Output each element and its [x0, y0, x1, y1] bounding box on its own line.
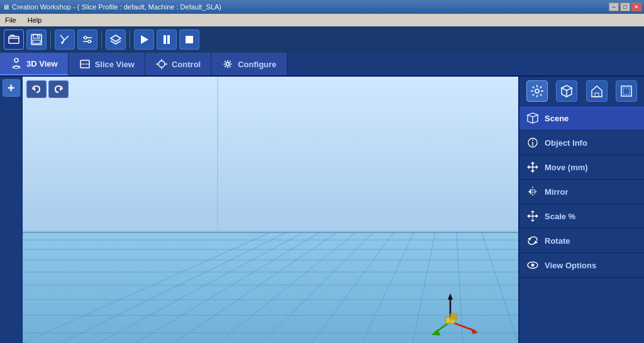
- toolbar-play-button[interactable]: [134, 30, 154, 50]
- svg-rect-3: [33, 40, 40, 43]
- tab-slice-view-icon: [79, 58, 91, 70]
- svg-point-62: [532, 139, 533, 141]
- svg-rect-53: [450, 314, 457, 319]
- tab-3d-view-icon: [10, 58, 23, 69]
- svg-line-34: [23, 232, 270, 343]
- svg-rect-10: [167, 35, 170, 44]
- toolbar-pause-button[interactable]: [157, 30, 177, 50]
- right-scene-button[interactable]: [556, 80, 577, 102]
- svg-rect-57: [595, 93, 599, 97]
- svg-point-81: [531, 264, 535, 267]
- tab-configure-label: Configure: [238, 60, 276, 69]
- toolbar-layers-button[interactable]: [106, 30, 126, 50]
- right-frame-button[interactable]: [616, 80, 637, 102]
- svg-line-50: [435, 322, 450, 333]
- right-menu-mirror[interactable]: Mirror: [519, 180, 644, 204]
- toolbar-slice-button[interactable]: [55, 30, 75, 50]
- tab-configure-icon: [221, 58, 234, 70]
- tab-3d-view-label: 3D View: [26, 59, 58, 68]
- right-settings-button[interactable]: [526, 80, 548, 102]
- right-menu-rotate-label: Rotate: [545, 236, 570, 246]
- right-menu-object-info-label: Object Info: [545, 138, 587, 148]
- svg-line-48: [450, 322, 475, 331]
- right-menu-view-options[interactable]: View Options: [519, 253, 644, 278]
- tab-slice-view[interactable]: Slice View: [69, 53, 145, 75]
- mirror-icon: [526, 185, 540, 199]
- menu-file[interactable]: File: [3, 16, 19, 24]
- svg-marker-73: [527, 214, 530, 218]
- maximize-button[interactable]: □: [620, 3, 630, 11]
- title-bar: 🖥 Creation Workshop - ( Slice Profile : …: [0, 0, 644, 14]
- svg-rect-59: [623, 88, 630, 94]
- tab-control[interactable]: Control: [145, 53, 211, 75]
- toolbar-stop-button[interactable]: [179, 30, 199, 50]
- right-menu-object-info[interactable]: Object Info: [519, 131, 644, 155]
- 3d-viewport[interactable]: [23, 77, 518, 343]
- left-sidebar: +: [0, 77, 23, 343]
- svg-marker-8: [141, 35, 148, 44]
- redo-button[interactable]: [48, 80, 69, 98]
- svg-line-42: [362, 232, 414, 343]
- svg-line-35: [60, 232, 287, 343]
- right-panel: Scene Object Info: [518, 77, 644, 343]
- tab-control-icon: [155, 58, 168, 70]
- svg-line-43: [413, 232, 435, 343]
- close-button[interactable]: ✕: [631, 3, 641, 11]
- svg-marker-71: [534, 188, 537, 195]
- svg-line-44: [457, 232, 463, 343]
- svg-rect-58: [621, 86, 631, 96]
- svg-point-16: [158, 61, 165, 67]
- add-object-button[interactable]: +: [3, 79, 20, 97]
- right-home-button[interactable]: [586, 80, 608, 102]
- view-options-icon: [526, 258, 540, 272]
- svg-marker-67: [527, 165, 530, 169]
- svg-marker-65: [531, 161, 535, 164]
- svg-point-56: [535, 89, 539, 93]
- toolbar-save-button[interactable]: [26, 30, 47, 50]
- toolbar-separator-1: [50, 31, 51, 48]
- svg-line-37: [136, 232, 319, 343]
- right-menu-scene-label: Scene: [545, 114, 569, 123]
- svg-marker-74: [536, 214, 538, 218]
- menu-help[interactable]: Help: [25, 16, 45, 24]
- svg-rect-23: [23, 231, 518, 343]
- toolbar-open-button[interactable]: [4, 30, 24, 50]
- undo-button[interactable]: [26, 80, 47, 98]
- app-icon: 🖥: [3, 3, 9, 11]
- svg-point-21: [226, 63, 230, 66]
- tab-control-label: Control: [172, 60, 201, 69]
- svg-marker-79: [534, 241, 538, 243]
- right-menu-scale[interactable]: Scale %: [519, 204, 644, 229]
- minimize-button[interactable]: –: [609, 3, 619, 11]
- svg-line-36: [98, 232, 303, 343]
- right-menu-move-label: Move (mm): [545, 163, 588, 172]
- right-panel-top-buttons: [519, 77, 644, 106]
- toolbar-separator-2: [101, 31, 102, 48]
- svg-marker-68: [536, 165, 538, 169]
- tab-configure[interactable]: Configure: [211, 53, 287, 75]
- tab-slice-view-label: Slice View: [95, 60, 135, 69]
- right-menu-mirror-label: Mirror: [545, 187, 569, 197]
- svg-point-6: [88, 40, 91, 43]
- svg-line-45: [482, 232, 518, 343]
- right-menu-move[interactable]: Move (mm): [519, 155, 644, 180]
- window-title: Creation Workshop - ( Slice Profile : de…: [12, 3, 609, 11]
- toolbar: [0, 26, 644, 53]
- right-menu-rotate[interactable]: Rotate: [519, 229, 644, 253]
- tab-3d-view[interactable]: 3D View: [0, 53, 69, 75]
- svg-rect-2: [33, 35, 40, 38]
- scale-icon: [526, 209, 540, 223]
- toolbar-settings-button[interactable]: [77, 30, 97, 50]
- rotate-icon: [526, 234, 540, 248]
- svg-marker-70: [528, 188, 531, 195]
- window-controls: – □ ✕: [609, 3, 641, 11]
- svg-line-39: [218, 232, 356, 343]
- svg-line-41: [312, 232, 394, 343]
- move-icon: [526, 160, 540, 174]
- svg-marker-51: [431, 329, 440, 335]
- svg-line-38: [174, 232, 337, 343]
- main-content: +: [0, 77, 644, 343]
- right-menu-view-options-label: View Options: [545, 261, 596, 270]
- right-menu-scene[interactable]: Scene: [519, 106, 644, 131]
- svg-marker-66: [531, 170, 535, 173]
